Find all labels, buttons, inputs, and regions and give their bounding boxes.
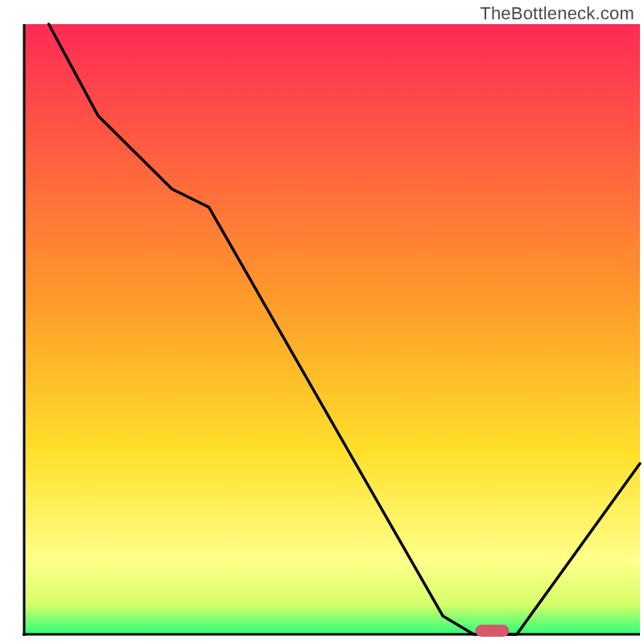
bottleneck-chart: TheBottleneck.com xyxy=(0,0,644,644)
watermark-text: TheBottleneck.com xyxy=(480,3,634,24)
chart-svg xyxy=(0,0,644,644)
optimal-marker xyxy=(475,625,509,637)
plot-background xyxy=(24,24,640,634)
